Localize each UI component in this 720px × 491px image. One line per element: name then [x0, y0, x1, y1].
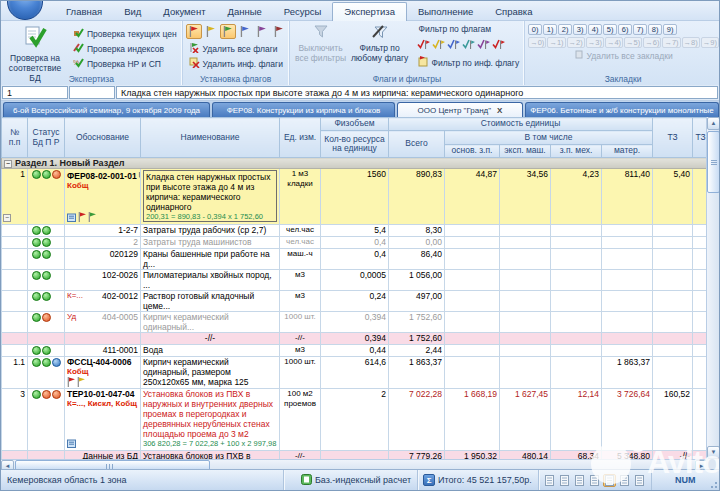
cell-mat[interactable] [602, 312, 653, 333]
table-row[interactable]: 3ТЕР10-01-047-04К=..., Кискл, КобщУстано… [2, 389, 709, 451]
doc-tab-grand[interactable]: ООО Центр "Гранд"X [397, 102, 523, 117]
statusbar-tool-icon-2[interactable] [573, 474, 586, 487]
cell-qty[interactable]: 0,394 [321, 333, 389, 345]
cell-ozp[interactable] [445, 237, 500, 249]
collapse-icon[interactable]: − [3, 214, 11, 222]
cell-zpm[interactable] [551, 225, 602, 237]
bookmark-goto-0-button[interactable]: →0) [528, 37, 546, 48]
row-number-box[interactable]: 1 [2, 86, 68, 99]
cell-em[interactable] [500, 225, 551, 237]
cell-tz[interactable] [653, 312, 693, 333]
cell-unit[interactable]: маш.-ч [280, 249, 321, 270]
section-row[interactable]: −Раздел 1. Новый Раздел [2, 158, 709, 169]
cell-em[interactable] [500, 291, 551, 312]
bookmark-goto-1-button[interactable]: →1) [547, 37, 565, 48]
cell-qty[interactable] [321, 451, 389, 460]
table-row[interactable]: 411-0001Водам30,442,44 [2, 345, 709, 357]
doc-tab-fer06[interactable]: ФЕР06. Бетонные и ж/б конструкции моноли… [525, 102, 719, 117]
cell-qty[interactable]: 0,0005 [321, 270, 389, 291]
cell-name[interactable]: Раствор готовый кладочный цеме... [141, 291, 280, 312]
cell-name[interactable]: -//- [141, 333, 280, 345]
cell-ozp[interactable] [445, 357, 500, 389]
header-qty-per-unit[interactable]: Кол-во ресурса на единицу [321, 131, 389, 158]
check-nr-sp-button[interactable]: % Проверка НР и СП [70, 56, 180, 71]
cell-unit[interactable]: -//- [280, 451, 321, 460]
table-row[interactable]: К=...402-0012Раствор готовый кладочный ц… [2, 291, 709, 312]
cell-obosnovanie[interactable]: 2 [65, 237, 141, 249]
cell-tz[interactable]: 5,40 [653, 169, 693, 225]
cell-obosnovanie[interactable]: Данные из БД [65, 451, 141, 460]
cell-name[interactable]: Затраты труда рабочих (ср 2,7) [141, 225, 280, 237]
tab-vid[interactable]: Вид [113, 2, 152, 21]
cell-num[interactable] [2, 249, 28, 270]
cell-unit[interactable]: 1000 шт. [280, 312, 321, 333]
cell-total[interactable]: 1 752,60 [389, 312, 445, 333]
header-obosnovanie[interactable]: Обоснование [65, 118, 141, 158]
cell-unit[interactable]: 1000 шт. [280, 357, 321, 389]
cell-qty[interactable]: 0,24 [321, 291, 389, 312]
cell-name[interactable]: Кирпич керамический одинарный, размером … [141, 357, 280, 389]
cell-unit[interactable]: м3 [280, 270, 321, 291]
cell-status[interactable] [28, 169, 65, 225]
cell-unit[interactable]: м3 [280, 345, 321, 357]
cell-em[interactable] [500, 237, 551, 249]
cell-tz[interactable] [653, 225, 693, 237]
bookmark-goto-9-button[interactable]: →9) [701, 37, 719, 48]
cell-qty[interactable]: 0,44 [321, 345, 389, 357]
cell-qty[interactable]: 5,4 [321, 225, 389, 237]
set-flag-button-1[interactable] [203, 24, 219, 39]
header-unit[interactable]: Ед. изм. [280, 118, 321, 158]
cell-zpm[interactable] [551, 312, 602, 333]
cell-num[interactable] [2, 451, 28, 460]
cell-em[interactable]: 1 627,45 [500, 389, 551, 451]
cell-total[interactable]: 1 056,00 [389, 270, 445, 291]
cell-em[interactable] [500, 249, 551, 270]
cell-status[interactable] [28, 249, 65, 270]
delete-all-bookmarks-button[interactable]: Удалить все закладки [572, 49, 676, 62]
cell-num[interactable]: 3 [2, 389, 28, 451]
cell-zpm[interactable]: 68,34 [551, 451, 602, 460]
cell-num[interactable] [2, 270, 28, 291]
cell-status[interactable] [28, 312, 65, 333]
header-em[interactable]: эксп. маш. [500, 145, 551, 158]
table-row[interactable]: 020129Краны башенные при работе на д...м… [2, 249, 709, 270]
cell-num[interactable]: 1.1 [2, 357, 28, 389]
cell-ozp[interactable] [445, 291, 500, 312]
cell-ozp[interactable] [445, 249, 500, 270]
bookmark-1-button[interactable]: 1) [543, 24, 557, 35]
cell-total[interactable]: 7 022,28 [389, 389, 445, 451]
filter-by-flags-button[interactable]: Фильтр по флагам [415, 23, 496, 35]
bookmark-9-button[interactable]: 9) [663, 24, 677, 35]
statusbar-tool-icon-6[interactable] [633, 474, 646, 487]
cell-ozp[interactable] [445, 270, 500, 291]
cell-status[interactable] [28, 291, 65, 312]
cell-tz[interactable] [653, 333, 693, 345]
filter-flag-button-0[interactable] [417, 36, 430, 54]
tab-dannye[interactable]: Данные [217, 2, 273, 21]
table-row[interactable]: -//--//-0,3941 752,60 [2, 333, 709, 345]
filter-inf-flag-button[interactable]: Фильтр по инф. флагу [415, 55, 523, 70]
bookmark-5-button[interactable]: 5) [603, 24, 617, 35]
filter-any-flag-button[interactable]: Фильтр по любому флагу [349, 23, 411, 72]
cell-obosnovanie[interactable]: 1-2-7 [65, 225, 141, 237]
table-row[interactable]: 1.1ФССЦ-404-0006КобщКирпич керамический … [2, 357, 709, 389]
tab-dokument[interactable]: Документ [152, 2, 216, 21]
tab-resursy[interactable]: Ресурсы [273, 2, 332, 21]
cell-em[interactable] [500, 357, 551, 389]
vertical-scrollbar[interactable]: ▲ ▼ [706, 117, 719, 459]
cell-mat[interactable] [602, 225, 653, 237]
bookmark-7-button[interactable]: 7) [633, 24, 647, 35]
cell-tz[interactable]: 160,52 [653, 389, 693, 451]
check-indexes-button[interactable]: Проверка индексов [70, 41, 180, 56]
cell-obosnovanie[interactable]: ФЕР08-02-001-01Кобщ [65, 169, 141, 225]
total-panel[interactable]: Σ Итого: 45 521 157,50р. [417, 470, 538, 490]
cell-qty[interactable]: 0,4 [321, 249, 389, 270]
doc-tab-fer08[interactable]: ФЕР08. Конструкции из кирпича и блоков [212, 102, 395, 117]
cell-name[interactable]: Кирпич керамический одинарный... [141, 312, 280, 333]
check-db-button[interactable]: Проверка на соответствие БД [4, 23, 66, 72]
office-button[interactable] [7, 0, 43, 20]
cell-name[interactable]: Краны башенные при работе на д... [141, 249, 280, 270]
formula-input[interactable]: Кладка стен наружных простых при высоте … [116, 86, 718, 99]
cell-qty[interactable]: 0,4 [321, 237, 389, 249]
table-row[interactable]: −1ФЕР08-02-001-01КобщКладка стен наружны… [2, 169, 709, 225]
